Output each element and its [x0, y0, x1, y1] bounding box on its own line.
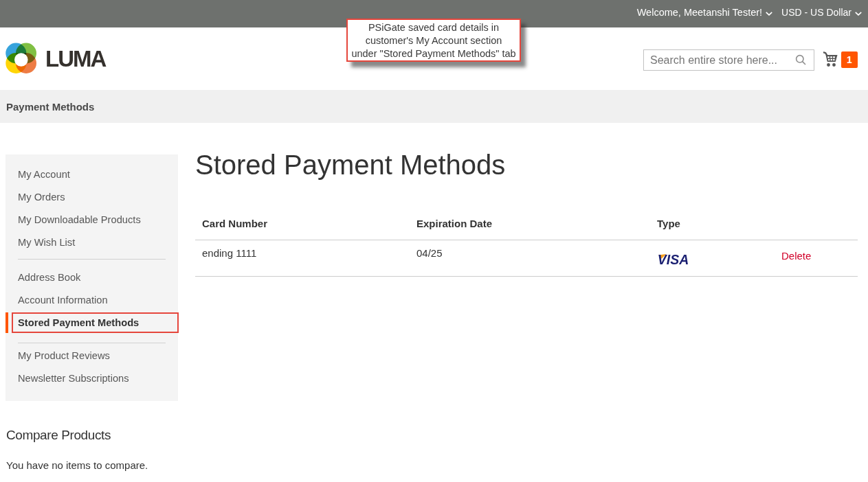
- svg-text:VISA: VISA: [658, 254, 688, 264]
